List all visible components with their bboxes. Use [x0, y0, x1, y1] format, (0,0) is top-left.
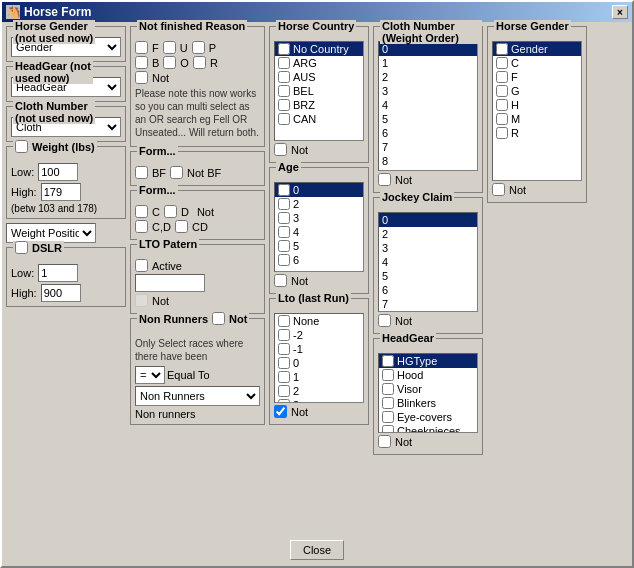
list-item[interactable]: 2 [275, 197, 363, 211]
list-item[interactable]: AUS [275, 70, 363, 84]
list-item[interactable]: Eye-covers [379, 410, 477, 424]
list-item[interactable]: 6 [379, 283, 477, 297]
age-listbox[interactable]: 0 2 3 4 5 6 [274, 182, 364, 272]
list-item[interactable]: 2 [379, 227, 477, 241]
check-not-bf[interactable] [170, 166, 183, 179]
list-item[interactable]: Cheekpieces [379, 424, 477, 433]
list-item[interactable]: BEL [275, 84, 363, 98]
list-item[interactable]: 8 [379, 154, 477, 168]
non-runners-operator[interactable]: = [135, 366, 165, 384]
list-item[interactable]: -2 [275, 328, 363, 342]
list-item[interactable]: 0 [379, 42, 477, 56]
list-item[interactable]: No Country [275, 42, 363, 56]
check-d[interactable] [164, 205, 177, 218]
check-bf[interactable] [135, 166, 148, 179]
list-item[interactable]: C [493, 56, 581, 70]
dslr-low-input[interactable] [38, 264, 78, 282]
jockey-not-check[interactable] [378, 314, 391, 327]
list-item[interactable]: 7 [379, 297, 477, 311]
check-cd[interactable] [135, 220, 148, 233]
weight-high-input[interactable] [41, 183, 81, 201]
window-icon: 🐴 [6, 5, 20, 19]
check-p[interactable] [192, 41, 205, 54]
list-item[interactable]: -1 [275, 342, 363, 356]
list-item[interactable]: 5 [379, 269, 477, 283]
jockey-listbox[interactable]: 0 2 3 4 5 6 7 8 [378, 212, 478, 312]
non-runners-select[interactable]: Non Runners [135, 386, 260, 406]
list-item[interactable]: 3 [379, 241, 477, 255]
list-item[interactable]: H [493, 98, 581, 112]
weight-checkbox[interactable] [15, 140, 28, 153]
gender-not-check[interactable] [492, 183, 505, 196]
country-not-check[interactable] [274, 143, 287, 156]
list-item[interactable]: 2 [275, 384, 363, 398]
lto-not-check[interactable] [135, 294, 148, 307]
non-runners-not-check[interactable] [212, 312, 225, 325]
list-item[interactable]: ARG [275, 56, 363, 70]
list-item[interactable]: R [493, 126, 581, 140]
low-label: Low: [11, 166, 34, 178]
list-item[interactable]: None [275, 314, 363, 328]
list-item[interactable]: Gender [493, 42, 581, 56]
check-not-finished[interactable] [135, 71, 148, 84]
list-item[interactable]: 0 [275, 183, 363, 197]
dslr-checkbox[interactable] [15, 241, 28, 254]
title-bar: 🐴 Horse Form × [2, 2, 632, 22]
headgear-not-check[interactable] [378, 435, 391, 448]
list-item[interactable]: Blinkers [379, 396, 477, 410]
list-item[interactable]: F [493, 70, 581, 84]
form2-label: Form... [137, 184, 178, 196]
lto-active-check[interactable] [135, 259, 148, 272]
list-item[interactable]: 5 [379, 112, 477, 126]
check-b[interactable] [135, 56, 148, 69]
list-item[interactable]: 1 [275, 370, 363, 384]
list-item[interactable]: M [493, 112, 581, 126]
check-c[interactable] [135, 205, 148, 218]
close-button[interactable]: Close [290, 540, 344, 560]
check-f[interactable] [135, 41, 148, 54]
weight-position-select[interactable]: Weight Position [6, 223, 96, 243]
dslr-high-input[interactable] [41, 284, 81, 302]
check-u[interactable] [163, 41, 176, 54]
column-1: Horse Gender(not used now) Gender HeadGe… [6, 26, 126, 562]
list-item[interactable]: 1 [379, 56, 477, 70]
list-item[interactable]: 0 [275, 356, 363, 370]
cloth-number-listbox[interactable]: 0 1 2 3 4 5 6 7 8 9 [378, 41, 478, 171]
list-item[interactable]: 5 [275, 239, 363, 253]
list-item[interactable]: 8 [379, 311, 477, 312]
list-item[interactable]: 2 [379, 70, 477, 84]
check-cd2[interactable] [175, 220, 188, 233]
gender-listbox[interactable]: Gender C F G H M [492, 41, 582, 181]
cloth-not-check[interactable] [378, 173, 391, 186]
check-r[interactable] [193, 56, 206, 69]
list-item[interactable]: 9 [379, 168, 477, 171]
list-item[interactable]: HGType [379, 354, 477, 368]
lto-not-check[interactable] [274, 405, 287, 418]
age-not-check[interactable] [274, 274, 287, 287]
bottom-bar: Close [2, 540, 632, 560]
window-title: Horse Form [24, 5, 91, 19]
list-item[interactable]: 3 [379, 84, 477, 98]
check-o[interactable] [163, 56, 176, 69]
close-button[interactable]: × [612, 5, 628, 19]
lto-listbox[interactable]: None -2 -1 0 1 2 [274, 313, 364, 403]
list-item[interactable]: 4 [379, 255, 477, 269]
list-item[interactable]: 4 [379, 98, 477, 112]
list-item[interactable]: 3 [275, 211, 363, 225]
list-item[interactable]: 0 [379, 213, 477, 227]
list-item[interactable]: 6 [275, 253, 363, 267]
weight-low-input[interactable] [38, 163, 78, 181]
lto-pattern-input[interactable] [135, 274, 205, 292]
headgear-listbox[interactable]: HGType Hood Visor Blinkers Eye-covers [378, 353, 478, 433]
list-item[interactable]: 4 [275, 225, 363, 239]
list-item[interactable]: 6 [379, 126, 477, 140]
list-item[interactable]: 7 [379, 140, 477, 154]
list-item[interactable]: BRZ [275, 98, 363, 112]
list-item[interactable]: 3 [275, 398, 363, 403]
country-listbox[interactable]: No Country ARG AUS BEL BRZ CAN [274, 41, 364, 141]
form1-group: Form... BF Not BF [130, 151, 265, 186]
list-item[interactable]: Hood [379, 368, 477, 382]
list-item[interactable]: Visor [379, 382, 477, 396]
list-item[interactable]: CAN [275, 112, 363, 126]
list-item[interactable]: G [493, 84, 581, 98]
